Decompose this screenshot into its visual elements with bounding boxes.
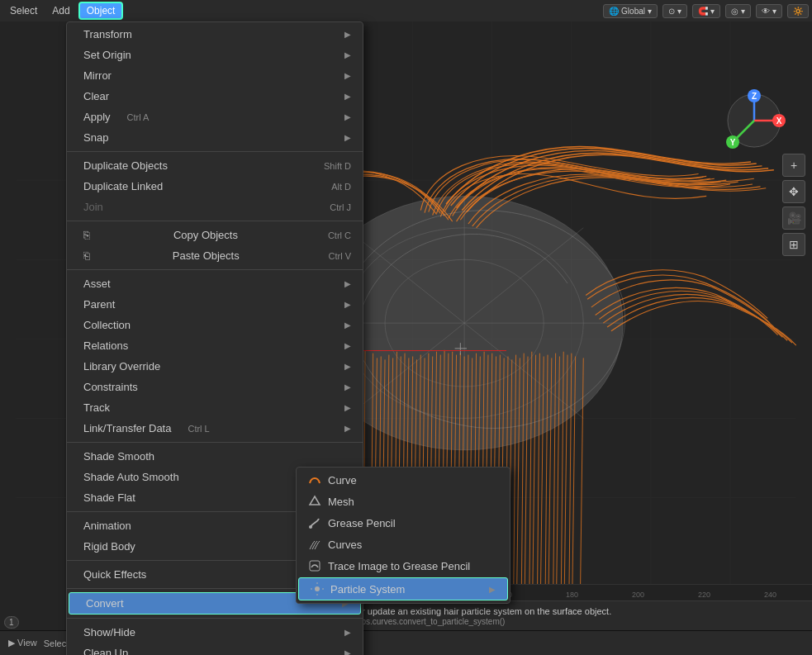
submenu-curves[interactable]: Curves	[297, 534, 510, 555]
arrow-icon: ▶	[344, 341, 351, 350]
menu-sep-4	[67, 442, 363, 443]
arrow-icon: ▶	[344, 382, 351, 392]
menu-paste-objects[interactable]: ⎗ Paste Objects Ctrl V	[67, 245, 363, 266]
arrow-icon: ▶	[344, 71, 351, 80]
menu-mirror[interactable]: Mirror ▶	[67, 65, 363, 86]
version-badge: 1	[4, 616, 19, 629]
menu-copy-objects[interactable]: ⎘ Copy Objects Ctrl C	[67, 225, 363, 245]
menu-relations[interactable]: Relations ▶	[67, 335, 363, 356]
globe-icon: 🌐	[609, 7, 619, 16]
svg-marker-89	[310, 496, 320, 505]
submenu-curve[interactable]: Curve	[297, 469, 510, 491]
particle-icon	[311, 582, 324, 596]
bottom-description-bar: Add a new or update an existing hair par…	[302, 600, 812, 630]
desc-line-2: Python: bpy.ops.curves.convert_to_partic…	[311, 617, 802, 626]
menu-clear[interactable]: Clear ▶	[67, 86, 363, 107]
submenu-mesh[interactable]: Mesh	[297, 491, 510, 512]
arrow-icon: ▶	[344, 648, 351, 655]
grease-pencil-icon	[308, 516, 321, 529]
menu-library-override[interactable]: Library Override ▶	[67, 356, 363, 377]
convert-submenu: Curve Mesh Grease Pencil Curves	[296, 467, 510, 604]
svg-point-92	[315, 586, 320, 591]
menu-duplicate-objects[interactable]: Duplicate Objects Shift D	[67, 155, 363, 176]
menu-sep-2	[67, 221, 363, 221]
curve-icon	[308, 473, 321, 487]
nav-select[interactable]: Select	[3, 3, 44, 18]
arrow-icon: ▶	[344, 30, 351, 39]
desc-line-1: Add a new or update an existing hair par…	[311, 606, 802, 616]
submenu-grease-pencil[interactable]: Grease Pencil	[297, 512, 510, 534]
svg-text:Y: Y	[730, 138, 736, 147]
menu-snap[interactable]: Snap ▶	[67, 127, 363, 148]
arrow-icon: ▶	[344, 403, 351, 412]
arrow-icon: ▶	[344, 92, 351, 101]
menu-duplicate-linked[interactable]: Duplicate Linked Alt D	[67, 176, 363, 197]
transform-orientation[interactable]: 🌐 Global ▾	[603, 4, 658, 18]
arrow-icon: ▶	[344, 300, 351, 309]
menu-set-origin[interactable]: Set Origin ▶	[67, 45, 363, 65]
transform-pivot[interactable]: ⊙▾	[662, 4, 687, 18]
menu-track[interactable]: Track ▶	[67, 397, 363, 418]
submenu-particle-system[interactable]: Particle System ▶	[298, 577, 508, 600]
menu-shade-smooth[interactable]: Shade Smooth	[67, 446, 363, 467]
menu-show-hide[interactable]: Show/Hide ▶	[67, 622, 363, 643]
menu-constraints[interactable]: Constraints ▶	[67, 377, 363, 397]
right-toolbar: + ✥ 🎥 ⊞	[782, 154, 805, 256]
arrow-icon: ▶	[344, 133, 351, 142]
chevron-icon: ▾	[648, 7, 652, 16]
arrow-icon: ▶	[344, 628, 351, 637]
mesh-icon	[308, 495, 321, 508]
menu-sep-8	[67, 618, 363, 619]
menu-apply[interactable]: Apply Ctrl A ▶	[67, 107, 363, 127]
svg-text:Z: Z	[752, 92, 757, 101]
zoom-in-button[interactable]: +	[782, 154, 805, 177]
menu-sep-3	[67, 269, 363, 270]
menu-collection[interactable]: Collection ▶	[67, 315, 363, 335]
top-nav: Select Add Object 🌐 Global ▾ ⊙▾ 🧲▾ ◎▾ 👁▾…	[0, 0, 812, 21]
arrow-icon: ▶	[344, 279, 351, 288]
menu-parent[interactable]: Parent ▶	[67, 294, 363, 315]
status-select: Select	[44, 638, 69, 648]
menu-sep-1	[67, 151, 363, 152]
menu-clean-up[interactable]: Clean Up ▶	[67, 643, 363, 655]
menu-link-transfer[interactable]: Link/Transfer Data Ctrl L ▶	[67, 418, 363, 439]
proportional-edit[interactable]: ◎▾	[725, 4, 751, 18]
menu-transform[interactable]: Transform ▶	[67, 24, 363, 45]
trace-icon	[308, 559, 321, 572]
view-toggle[interactable]: 👁▾	[756, 4, 782, 18]
svg-text:X: X	[776, 116, 782, 126]
arrow-icon: ▶	[344, 362, 351, 371]
nav-object[interactable]: Object	[78, 2, 124, 20]
arrow-icon: ▶	[344, 112, 351, 121]
curves-icon	[308, 538, 321, 551]
paste-icon: ⎗	[83, 249, 97, 262]
submenu-trace-image[interactable]: Trace Image to Grease Pencil	[297, 555, 510, 577]
svg-rect-91	[310, 561, 320, 571]
arrow-icon: ▶	[344, 424, 351, 433]
menu-asset[interactable]: Asset ▶	[67, 273, 363, 294]
arrow-icon: ▶	[344, 320, 351, 330]
status-view: ▶ View	[8, 638, 37, 648]
submenu-arrow: ▶	[489, 585, 496, 594]
snap-toggle[interactable]: 🧲▾	[692, 4, 720, 18]
copy-icon: ⎘	[83, 229, 97, 241]
topbar-right: 🌐 Global ▾ ⊙▾ 🧲▾ ◎▾ 👁▾ 🔆	[603, 4, 809, 18]
pan-button[interactable]: ✥	[782, 180, 805, 203]
camera-button[interactable]: 🎥	[782, 206, 805, 230]
render-preview[interactable]: 🔆	[787, 4, 809, 18]
grid-button[interactable]: ⊞	[782, 233, 805, 256]
arrow-icon: ▶	[344, 50, 351, 59]
svg-point-90	[309, 525, 312, 529]
viewport-gizmo[interactable]: Z X Y	[721, 88, 787, 154]
nav-add[interactable]: Add	[45, 3, 76, 18]
menu-join[interactable]: Join Ctrl J	[67, 197, 363, 217]
